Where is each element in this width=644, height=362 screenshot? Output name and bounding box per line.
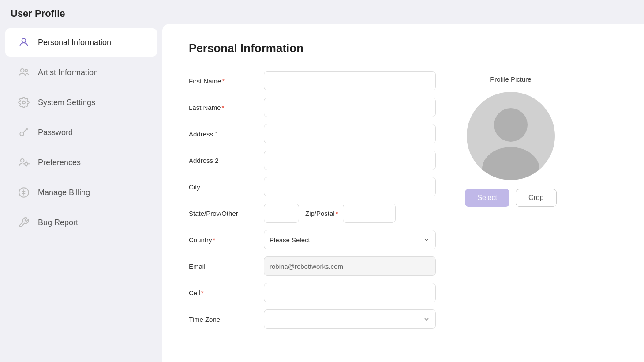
svg-point-4 [20,132,24,136]
form-fields: First Name* Last Name* Address 1 [189,71,436,336]
city-input[interactable] [264,177,436,196]
last-name-row: Last Name* [189,98,436,117]
profile-picture-section: Profile Picture Select Crop [462,71,559,207]
preferences-icon [18,156,30,169]
svg-point-9 [25,162,27,166]
last-name-input[interactable] [264,98,436,117]
address1-label: Address 1 [189,130,264,138]
sidebar-item-password[interactable]: Password [5,118,157,147]
profile-buttons: Select Crop [465,189,556,207]
country-required: * [213,236,216,244]
sidebar-label-password: Password [38,128,73,137]
address1-input[interactable] [264,124,436,143]
email-label: Email [189,263,264,270]
main-content: Personal Information First Name* Last Na… [162,24,644,362]
timezone-label: Time Zone [189,316,264,323]
app-body: Personal Information Artist Information [0,24,644,362]
wrench-icon [18,216,30,229]
sidebar-item-system-settings[interactable]: System Settings [5,88,157,117]
sidebar-label-system-settings: System Settings [38,98,95,107]
sidebar-label-artist-information: Artist Information [38,68,98,77]
cell-row: Cell* [189,283,436,302]
timezone-row: Time Zone [189,309,436,329]
svg-point-19 [494,108,528,142]
address2-label: Address 2 [189,157,264,164]
sidebar-item-preferences[interactable]: Preferences [5,148,157,177]
key-icon [18,126,30,139]
email-row: Email [189,256,436,276]
gear-icon [18,96,30,109]
country-row: Country* Please Select [189,230,436,249]
sidebar-label-manage-billing: Manage Billing [38,188,90,197]
svg-point-1 [21,69,24,72]
page-title: Personal Information [189,41,618,55]
avatar [467,92,555,180]
state-label: State/Prov/Other [189,210,264,217]
address2-input[interactable] [264,151,436,170]
sidebar-item-personal-information[interactable]: Personal Information [5,28,157,57]
city-label: City [189,183,264,191]
select-photo-button[interactable]: Select [465,189,509,207]
first-name-row: First Name* [189,71,436,90]
zip-label: Zip/Postal* [305,210,338,217]
svg-point-0 [22,38,26,42]
svg-line-7 [25,130,26,131]
cell-label: Cell* [189,289,264,297]
email-input[interactable] [264,256,436,276]
sidebar-label-bug-report: Bug Report [38,218,78,227]
address2-row: Address 2 [189,151,436,170]
zip-input[interactable] [343,204,396,223]
crop-photo-button[interactable]: Crop [516,189,557,207]
cell-required: * [201,289,204,297]
address1-row: Address 1 [189,124,436,143]
sidebar-item-artist-information[interactable]: Artist Information [5,58,157,87]
sidebar-item-manage-billing[interactable]: Manage Billing [5,178,157,207]
zip-required: * [336,210,338,217]
svg-point-8 [21,159,24,162]
svg-point-3 [22,101,26,104]
app-header: User Profile [0,0,644,24]
last-name-required: * [222,104,225,111]
sidebar-label-personal-information: Personal Information [38,38,111,47]
state-zip-row: State/Prov/Other Zip/Postal* [189,204,436,223]
svg-line-6 [27,129,28,130]
first-name-label: First Name* [189,77,264,85]
dollar-icon [18,186,30,199]
sidebar-label-preferences: Preferences [38,158,81,167]
svg-point-2 [25,69,27,72]
city-row: City [189,177,436,196]
person-group-icon [18,66,30,79]
cell-input[interactable] [264,283,436,302]
country-label: Country* [189,236,264,244]
timezone-select[interactable] [264,309,436,329]
profile-picture-label: Profile Picture [490,75,531,83]
sidebar-item-bug-report[interactable]: Bug Report [5,208,157,237]
person-icon [18,36,30,49]
first-name-input[interactable] [264,71,436,90]
app-title: User Profile [11,8,65,19]
sidebar: Personal Information Artist Information [0,24,162,362]
country-select[interactable]: Please Select [264,230,436,249]
last-name-label: Last Name* [189,104,264,111]
first-name-required: * [222,77,225,85]
state-input[interactable] [264,204,299,223]
form-layout: First Name* Last Name* Address 1 [189,71,618,336]
